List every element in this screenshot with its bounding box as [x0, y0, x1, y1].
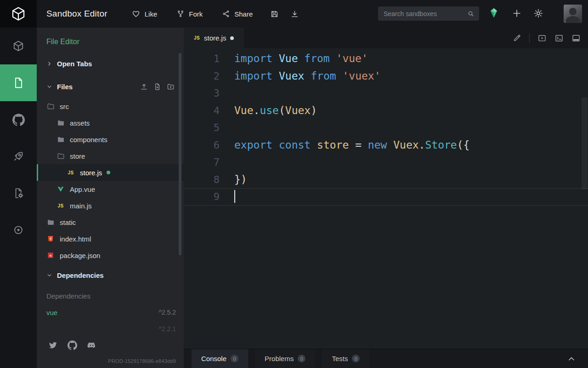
code-text: }) [225, 173, 247, 185]
file-name: main.js [70, 202, 92, 210]
share-icon [222, 10, 230, 18]
file-tree: srcassetscomponentsstoreJSstore.jsApp.vu… [37, 98, 184, 264]
heart-icon [131, 9, 141, 18]
share-button[interactable]: Share [222, 10, 253, 18]
terminal-icon[interactable] [554, 34, 564, 43]
file-row-src[interactable]: src [37, 98, 184, 115]
file-name: assets [70, 119, 90, 127]
search-input[interactable] [384, 10, 467, 17]
rail-item-deployment[interactable] [0, 138, 37, 175]
discord-icon[interactable] [87, 340, 96, 350]
upload-icon[interactable] [140, 83, 148, 91]
open-tabs-section-header[interactable]: Open Tabs [37, 54, 184, 73]
sidebar-scrollbar[interactable] [179, 53, 181, 255]
dependency-version: ^2.2.1 [158, 325, 176, 333]
share-label: Share [234, 10, 253, 18]
rail-item-live[interactable] [0, 212, 37, 248]
code-line-4[interactable]: 4Vue.use(Vuex) [184, 102, 588, 120]
file-name: components [70, 136, 107, 144]
editor: JS store.js 1import Vue from 'vue'2impor… [184, 28, 588, 368]
like-label: Like [145, 10, 158, 18]
file-row-main-js[interactable]: JSmain.js [37, 197, 184, 214]
code-line-5[interactable]: 5 [184, 119, 588, 137]
line-number: 6 [184, 137, 225, 154]
files-toolbar [140, 83, 175, 91]
line-number: 8 [184, 171, 225, 189]
line-number: 5 [184, 119, 225, 137]
new-sandbox-button[interactable] [512, 8, 522, 18]
editor-scrollbar[interactable] [582, 98, 588, 190]
file-row-components[interactable]: components [37, 131, 184, 148]
code-area[interactable]: 1import Vue from 'vue'2import Vuex from … [184, 48, 588, 349]
folder-icon [57, 119, 65, 127]
prettify-icon[interactable] [513, 34, 521, 42]
js-icon: JS [57, 203, 65, 208]
code-text [225, 121, 234, 133]
svg-text:n: n [50, 253, 52, 258]
folder-icon [46, 218, 55, 226]
codesandbox-logo[interactable] [0, 0, 37, 28]
code-line-3[interactable]: 3 [184, 85, 588, 102]
html-icon: 5 [46, 235, 55, 242]
settings-button[interactable] [533, 8, 543, 18]
dependency-row[interactable]: ^2.2.1 [37, 321, 184, 337]
fork-icon [176, 10, 185, 18]
fork-button[interactable]: Fork [176, 10, 203, 18]
dependencies-section-header[interactable]: Dependencies [37, 266, 184, 284]
console-tab-label: Console [201, 355, 226, 362]
code-line-9[interactable]: 9 [184, 188, 588, 206]
rail-item-sandbox[interactable] [0, 28, 37, 64]
github-icon[interactable] [68, 340, 77, 350]
console-tab-label: Problems [265, 355, 294, 362]
file-row-package-json[interactable]: npackage.json [37, 247, 184, 264]
editor-toolbar [513, 34, 581, 43]
social-links [37, 336, 184, 350]
chevron-up-icon[interactable] [567, 354, 576, 363]
rail-item-github[interactable] [0, 101, 37, 138]
fork-label: Fork [189, 10, 203, 18]
file-row-static[interactable]: static [37, 214, 184, 230]
live-icon [12, 224, 24, 236]
new-file-icon[interactable] [153, 83, 161, 91]
dependency-version: ^2.5.2 [158, 309, 176, 316]
rail-item-file-editor[interactable] [0, 64, 37, 101]
console-tab-tests[interactable]: Tests0 [322, 349, 369, 368]
files-label: Files [57, 83, 73, 91]
code-line-6[interactable]: 6export const store = new Vuex.Store({ [184, 137, 588, 154]
js-file-icon: JS [194, 35, 200, 40]
app-title: Sandbox Editor [46, 9, 107, 19]
dependency-row[interactable]: vue^2.5.2 [37, 304, 184, 321]
code-line-1[interactable]: 1import Vue from 'vue' [184, 50, 588, 68]
code-line-8[interactable]: 8}) [184, 171, 588, 189]
tab-store-js[interactable]: JS store.js [184, 28, 244, 48]
file-row-index-html[interactable]: 5index.html [37, 230, 184, 247]
file-row-app-vue[interactable]: App.vue [37, 181, 184, 197]
code-line-2[interactable]: 2import Vuex from 'vuex' [184, 68, 588, 85]
code-line-7[interactable]: 7 [184, 154, 588, 171]
save-icon[interactable] [270, 10, 279, 18]
patron-badge[interactable] [488, 7, 500, 19]
user-avatar[interactable] [564, 5, 582, 23]
file-name: index.html [60, 235, 91, 243]
browser-preview-icon[interactable] [537, 34, 547, 43]
like-button[interactable]: Like [131, 9, 158, 18]
file-row-store[interactable]: store [37, 148, 184, 164]
file-row-store-js[interactable]: JSstore.js [37, 164, 184, 181]
file-name: package.json [60, 252, 100, 259]
files-section-header[interactable]: Files [37, 77, 184, 96]
dependency-name: vue [46, 309, 57, 316]
new-folder-icon[interactable] [167, 83, 175, 91]
count-badge: 0 [352, 355, 360, 362]
twitter-icon[interactable] [48, 340, 58, 350]
file-name: store [70, 152, 85, 160]
sidebar-title: File Editor [37, 28, 184, 48]
dependencies-label: Dependencies [57, 271, 104, 279]
rail-item-configuration[interactable] [0, 175, 37, 212]
search-icon [467, 10, 475, 17]
download-icon[interactable] [290, 10, 299, 18]
console-tab-console[interactable]: Console0 [192, 349, 248, 368]
file-row-assets[interactable]: assets [37, 115, 184, 131]
console-tab-problems[interactable]: Problems0 [255, 349, 315, 368]
dock-panel-icon[interactable] [571, 34, 581, 43]
console-tabs: Console0Problems0Tests0 [184, 349, 376, 368]
